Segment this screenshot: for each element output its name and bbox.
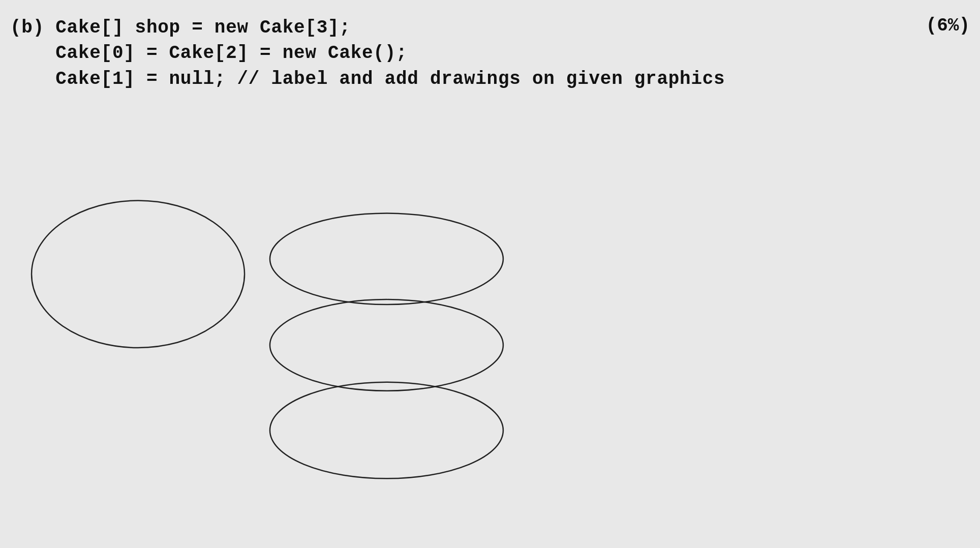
code-line-1: (b) Cake[] shop = new Cake[3]; xyxy=(10,15,970,41)
diagram-svg xyxy=(0,102,980,548)
right-ellipse-middle xyxy=(270,299,503,391)
diagram-area xyxy=(0,102,980,548)
right-ellipse-bottom xyxy=(270,382,503,479)
right-ellipse-top xyxy=(270,214,503,305)
code-line-2: Cake[0] = Cake[2] = new Cake(); xyxy=(10,41,970,66)
percentage-label: (6%) xyxy=(926,15,970,36)
left-ellipse xyxy=(32,201,244,348)
code-block: (b) Cake[] shop = new Cake[3]; Cake[0] =… xyxy=(10,15,970,92)
code-line-3: Cake[1] = null; // label and add drawing… xyxy=(10,67,970,92)
